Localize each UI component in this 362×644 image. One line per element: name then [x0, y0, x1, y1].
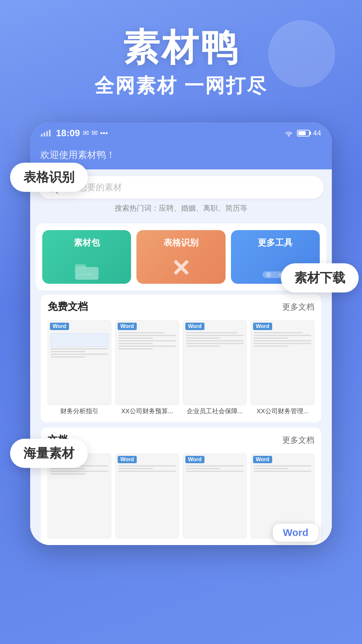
word-badge-3: Word: [185, 323, 204, 330]
app-subtitle: 全网素材 一网打尽: [20, 73, 342, 99]
battery-level: 44: [313, 129, 321, 138]
hot-search-text: 搜索热门词：应聘、婚姻、离职、简历等: [38, 203, 324, 216]
hero-section: 素材鸭 全网素材 一网打尽: [0, 0, 362, 112]
doc-name-3: 企业员工社会保障...: [187, 407, 243, 416]
battery-icon: [297, 130, 310, 137]
tool-card-materials[interactable]: 素材包: [42, 230, 131, 284]
svg-point-4: [266, 272, 271, 277]
app-content: 欢迎使用素材鸭！ 搜索想要的素材 搜索热门词：应聘、婚姻、离职、简历等 素材包: [30, 142, 332, 545]
svg-rect-2: [81, 274, 93, 275]
doc-thumb-3: Word: [183, 320, 247, 405]
doc-thumb-1: Word: [48, 320, 111, 405]
signal-bar-1: [41, 134, 43, 137]
word-badge-1: Word: [50, 323, 69, 330]
doc-line-3: [51, 354, 108, 355]
wifi-icon: [284, 129, 294, 137]
float-label-table: 表格识别: [10, 163, 88, 192]
svg-rect-1: [75, 264, 86, 268]
tool-card-label-1: 素材包: [74, 237, 100, 249]
free-docs-title: 免费文档: [48, 300, 88, 314]
status-icons: 44: [284, 129, 321, 138]
status-bar: 18:09 ✉ ✉ ••• 44: [30, 122, 332, 142]
doc-line-2: [51, 351, 85, 352]
tool-card-label-2: 表格识别: [164, 237, 198, 249]
free-docs-grid: Word 财务分析指引: [41, 317, 321, 422]
app-title: 素材鸭: [20, 27, 342, 67]
bottom-doc-item-2[interactable]: Word: [115, 453, 179, 538]
battery-fill: [298, 131, 306, 135]
more-icon: •••: [100, 129, 108, 138]
bottom-doc-thumb-2: Word: [115, 453, 179, 538]
free-docs-header: 免费文档 更多文档: [41, 294, 321, 317]
bottom-doc-item-3[interactable]: Word: [183, 453, 247, 538]
word-badge-2: Word: [118, 323, 137, 330]
notification-icon-1: ✉: [83, 129, 89, 138]
bottom-word-badge-3: Word: [185, 456, 204, 463]
doc-item-2[interactable]: Word XX公司财务预算...: [115, 320, 179, 416]
doc-item-4[interactable]: Word XX公司财务管理...: [251, 320, 314, 416]
status-time: 18:09: [56, 128, 80, 139]
doc-thumb-4: Word: [251, 320, 314, 405]
float-label-download: 素材下载: [281, 263, 359, 292]
word-badge-4: Word: [253, 323, 272, 330]
doc-line-1: [51, 348, 108, 350]
x-icon: ✕: [171, 255, 191, 282]
signal-bars: [41, 130, 51, 137]
free-docs-section: 免费文档 更多文档 Word: [36, 294, 326, 422]
bottom-word-badge-4: Word: [253, 456, 272, 463]
signal-bar-2: [44, 132, 45, 137]
doc-thumb-2: Word: [115, 320, 179, 405]
phone-mockup: 表格识别 素材下载 海量素材 18:09 ✉ ✉ •••: [30, 122, 332, 545]
doc-name-1: 财务分析指引: [60, 407, 99, 416]
status-left: 18:09 ✉ ✉ •••: [41, 128, 108, 139]
free-docs-more[interactable]: 更多文档: [282, 302, 314, 312]
welcome-text: 欢迎使用素材鸭！: [40, 150, 115, 160]
tool-card-label-3: 更多工具: [258, 237, 293, 249]
doc-name-2: XX公司财务预算...: [121, 407, 173, 416]
doc-name-4: XX公司财务管理...: [256, 407, 308, 416]
float-label-mass: 海量素材: [10, 439, 88, 468]
signal-bar-4: [49, 130, 51, 137]
second-docs-more[interactable]: 更多文档: [282, 435, 314, 445]
word-bottom-label: Word: [273, 524, 318, 542]
bottom-word-badge-2: Word: [118, 456, 137, 463]
signal-bar-3: [46, 131, 48, 137]
notification-icon-2: ✉: [92, 129, 98, 138]
doc-table-line: [51, 333, 108, 347]
doc-item-1[interactable]: Word 财务分析指引: [48, 320, 111, 416]
svg-rect-0: [75, 267, 99, 280]
tool-card-table[interactable]: 表格识别 ✕: [136, 230, 225, 284]
doc-line-4: [51, 356, 85, 358]
bottom-doc-thumb-3: Word: [183, 453, 247, 538]
folder-icon: [73, 261, 100, 281]
doc-item-3[interactable]: Word 企业员工社会保障...: [183, 320, 247, 416]
